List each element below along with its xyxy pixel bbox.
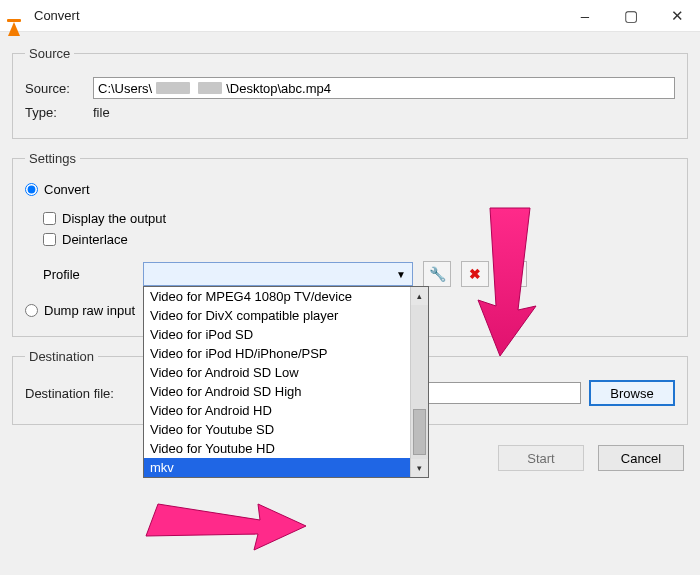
profile-option[interactable]: Video for iPod SD [144, 325, 410, 344]
profile-combobox[interactable]: ▼ [143, 262, 413, 286]
profile-option[interactable]: Video for Android SD Low [144, 363, 410, 382]
close-button[interactable]: ✕ [654, 0, 700, 31]
profile-option[interactable]: Video for Android HD [144, 401, 410, 420]
start-button[interactable]: Start [498, 445, 584, 471]
client-area: Source Source: C:\Users\ \Desktop\abc.mp… [0, 32, 700, 483]
window-buttons: – ▢ ✕ [562, 0, 700, 31]
convert-options: Display the output Deinterlace Profile ▼… [43, 211, 675, 287]
destination-legend: Destination [25, 349, 98, 364]
redacted-user2 [198, 82, 222, 94]
type-label: Type: [25, 105, 85, 120]
redacted-user [156, 82, 190, 94]
display-output-row[interactable]: Display the output [43, 211, 675, 226]
browse-button[interactable]: Browse [589, 380, 675, 406]
deinterlace-label: Deinterlace [62, 232, 128, 247]
profile-option[interactable]: Video for Youtube SD [144, 420, 410, 439]
source-row: Source: C:\Users\ \Desktop\abc.mp4 [25, 77, 675, 99]
scroll-down-icon[interactable]: ▾ [411, 459, 428, 477]
profile-dropdown-list: Video for MPEG4 1080p TV/deviceVideo for… [144, 287, 410, 477]
convert-radio-label: Convert [44, 182, 90, 197]
settings-legend: Settings [25, 151, 80, 166]
maximize-button[interactable]: ▢ [608, 0, 654, 31]
profile-combo-wrap: ▼ Video for MPEG4 1080p TV/deviceVideo f… [143, 262, 413, 286]
profile-option[interactable]: Video for Youtube HD [144, 439, 410, 458]
profile-dropdown: Video for MPEG4 1080p TV/deviceVideo for… [143, 286, 429, 478]
dropdown-scrollbar[interactable]: ▴ ▾ [410, 287, 428, 477]
convert-radio[interactable] [25, 183, 38, 196]
delete-icon: ✖ [469, 266, 481, 282]
new-profile-button[interactable]: 📄 [499, 261, 527, 287]
titlebar: Convert – ▢ ✕ [0, 0, 700, 32]
display-output-label: Display the output [62, 211, 166, 226]
source-legend: Source [25, 46, 74, 61]
scroll-track[interactable] [411, 305, 428, 459]
deinterlace-row[interactable]: Deinterlace [43, 232, 675, 247]
source-group: Source Source: C:\Users\ \Desktop\abc.mp… [12, 46, 688, 139]
minimize-button[interactable]: – [562, 0, 608, 31]
wrench-icon: 🔧 [429, 266, 446, 282]
delete-profile-button[interactable]: ✖ [461, 261, 489, 287]
destination-file-label: Destination file: [25, 386, 145, 401]
profile-option[interactable]: Video for DivX compatible player [144, 306, 410, 325]
type-value: file [93, 105, 110, 120]
edit-profile-button[interactable]: 🔧 [423, 261, 451, 287]
svg-marker-1 [146, 504, 306, 550]
dump-raw-radio[interactable] [25, 304, 38, 317]
dump-raw-label: Dump raw input [44, 303, 135, 318]
window-title: Convert [34, 8, 562, 23]
new-profile-icon: 📄 [505, 266, 522, 282]
annotation-arrow-bottom [140, 490, 310, 560]
vlc-cone-icon [8, 7, 26, 25]
profile-option[interactable]: Video for iPod HD/iPhone/PSP [144, 344, 410, 363]
profile-option[interactable]: Video for Android SD High [144, 382, 410, 401]
profile-label: Profile [43, 267, 133, 282]
source-label: Source: [25, 81, 85, 96]
profile-option[interactable]: mkv [144, 458, 410, 477]
profile-option[interactable]: Video for MPEG4 1080p TV/device [144, 287, 410, 306]
deinterlace-checkbox[interactable] [43, 233, 56, 246]
scroll-up-icon[interactable]: ▴ [411, 287, 428, 305]
chevron-down-icon: ▼ [396, 269, 406, 280]
scroll-thumb[interactable] [413, 409, 426, 455]
type-row: Type: file [25, 105, 675, 120]
convert-radio-row[interactable]: Convert [25, 182, 675, 197]
display-output-checkbox[interactable] [43, 212, 56, 225]
cancel-button[interactable]: Cancel [598, 445, 684, 471]
source-input[interactable]: C:\Users\ \Desktop\abc.mp4 [93, 77, 675, 99]
settings-group: Settings Convert Display the output Dein… [12, 151, 688, 337]
profile-row: Profile ▼ Video for MPEG4 1080p TV/devic… [43, 261, 675, 287]
